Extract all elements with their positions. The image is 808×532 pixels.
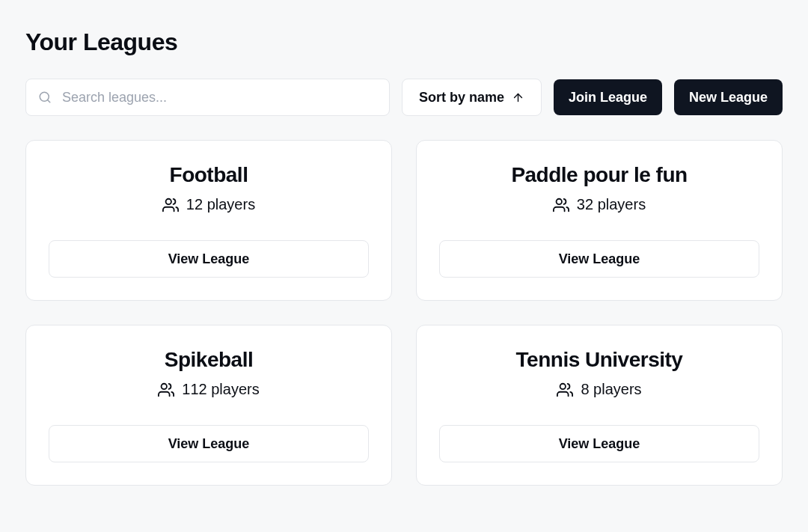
users-icon [162,197,179,213]
league-players: 12 players [186,196,255,213]
sort-button[interactable]: Sort by name [402,79,542,116]
search-wrapper[interactable] [25,79,390,116]
league-name: Tennis University [516,348,683,372]
svg-point-5 [162,383,167,388]
league-card: Paddle pour le fun 32 players View Leagu… [416,140,783,301]
league-players: 32 players [577,196,646,213]
league-card: Football 12 players View League [25,140,392,301]
league-name: Spikeball [165,348,253,372]
league-name: Football [170,163,248,187]
svg-line-1 [47,100,49,102]
league-players: 8 players [581,381,641,398]
view-league-button[interactable]: View League [49,240,369,278]
join-league-button[interactable]: Join League [554,79,662,115]
svg-point-3 [165,198,171,204]
controls-bar: Sort by name Join League New League [25,79,783,116]
new-league-button[interactable]: New League [674,79,783,115]
league-meta: 12 players [162,196,255,213]
users-icon [158,382,174,398]
page-title: Your Leagues [25,28,783,56]
view-league-button[interactable]: View League [439,240,759,278]
svg-point-6 [560,383,566,388]
league-name: Paddle pour le fun [511,163,687,187]
search-input[interactable] [62,90,377,106]
league-card: Spikeball 112 players View League [25,325,392,486]
league-meta: 32 players [553,196,646,213]
league-meta: 112 players [158,381,259,398]
league-players: 112 players [182,381,259,398]
view-league-button[interactable]: View League [49,425,369,462]
leagues-grid: Football 12 players View League Paddle p… [25,140,783,486]
league-card: Tennis University 8 players View League [416,325,783,486]
users-icon [553,197,569,213]
search-icon [38,91,52,104]
sort-label: Sort by name [419,90,504,106]
view-league-button[interactable]: View League [439,425,759,462]
arrow-up-icon [512,91,524,104]
league-meta: 8 players [557,381,641,398]
users-icon [557,382,573,398]
svg-point-4 [556,198,561,204]
